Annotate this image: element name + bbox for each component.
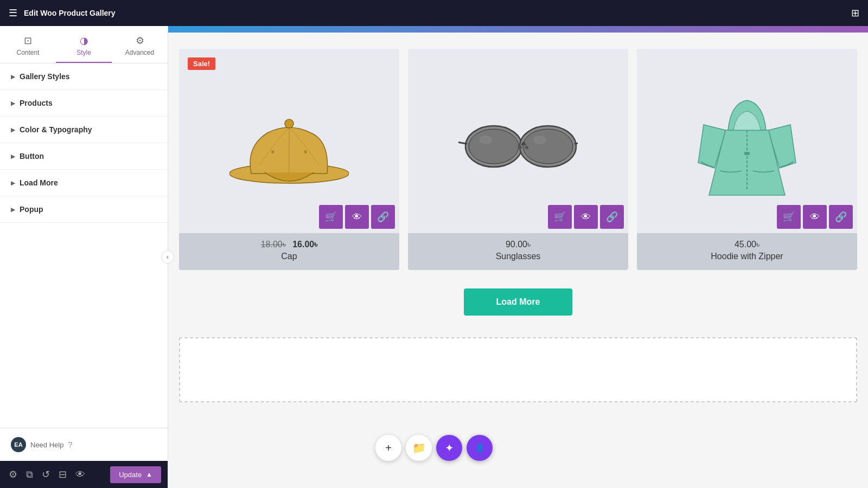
cart-button-sunglasses[interactable]: 🛒 (548, 205, 572, 229)
floating-toolbar: + 📁 ✦ 👤 (375, 435, 493, 461)
product-price-hoodie: 45.00৳ (646, 240, 848, 249)
svg-point-5 (469, 129, 519, 164)
advanced-tab-icon: ⚙ (136, 35, 144, 47)
product-info-hoodie: 45.00৳ Hoodie with Zipper (637, 233, 857, 270)
svg-point-10 (519, 146, 522, 149)
link-button-hoodie[interactable]: 🔗 (829, 205, 853, 229)
product-image-area-sunglasses: 🛒 👁 🔗 (408, 49, 628, 233)
settings-icon[interactable]: ⚙ (7, 466, 20, 483)
ea-badge: EA (11, 437, 26, 452)
product-image-area-cap: Sale! (179, 49, 399, 233)
tab-content-label: Content (16, 49, 39, 56)
view-button-sunglasses[interactable]: 👁 (574, 205, 598, 229)
product-actions-hoodie: 🛒 👁 🔗 (773, 201, 857, 233)
svg-point-11 (525, 146, 528, 149)
product-card-cap: Sale! (179, 49, 399, 270)
sidebar-item-products[interactable]: ▶ Products (0, 90, 168, 117)
svg-point-2 (271, 150, 275, 153)
product-name-hoodie: Hoodie with Zipper (646, 252, 848, 261)
gallery-section: Sale! (168, 33, 868, 337)
layers-icon[interactable]: ⧉ (24, 467, 35, 483)
sidebar-bottom-bar: ⚙ ⧉ ↺ ⊟ 👁 Update ▲ (0, 461, 168, 488)
view-button-hoodie[interactable]: 👁 (803, 205, 827, 229)
content-area: Sale! (168, 26, 868, 488)
sidebar-items: ▶ Gallery Styles ▶ Products ▶ Color & Ty… (0, 63, 168, 428)
folder-button[interactable]: 📁 (406, 435, 432, 461)
tab-content[interactable]: ⊡ Content (0, 30, 56, 63)
product-price-value-hoodie: 45.00৳ (735, 240, 760, 249)
collapse-handle[interactable]: ‹ (161, 251, 174, 264)
sidebar-item-color-typography[interactable]: ▶ Color & Typography (0, 117, 168, 143)
load-more-arrow-icon: ▶ (11, 180, 15, 186)
sidebar-item-popup[interactable]: ▶ Popup (0, 196, 168, 223)
update-button[interactable]: Update ▲ (110, 466, 161, 483)
need-help-text[interactable]: Need Help (30, 441, 63, 449)
hoodie-image (687, 81, 807, 201)
product-info-cap: 18.00৳ 16.00৳ Cap (179, 233, 399, 270)
sunglasses-image (458, 81, 578, 201)
page-title: Edit Woo Product Gallery (24, 9, 845, 17)
product-name-sunglasses: Sunglasses (417, 252, 620, 261)
product-price-old-cap: 18.00৳ (261, 240, 286, 249)
avatar-button[interactable]: 👤 (467, 435, 493, 461)
cap-image (229, 81, 349, 201)
svg-point-9 (533, 136, 546, 144)
sidebar-footer: EA Need Help ? (0, 428, 168, 461)
popup-arrow-icon: ▶ (11, 207, 15, 213)
product-price-cap: 18.00৳ 16.00৳ (188, 240, 391, 249)
sale-badge-cap: Sale! (188, 57, 215, 70)
svg-point-8 (479, 136, 492, 144)
product-card-hoodie: 🛒 👁 🔗 45.00৳ Hoodie with Zipper (637, 49, 857, 270)
magic-button[interactable]: ✦ (436, 435, 462, 461)
svg-point-1 (285, 119, 293, 128)
cart-button-cap[interactable]: 🛒 (319, 205, 343, 229)
products-label: Products (20, 99, 53, 107)
svg-rect-13 (744, 152, 750, 155)
product-name-cap: Cap (188, 252, 391, 261)
tab-advanced-label: Advanced (125, 49, 154, 56)
tab-advanced[interactable]: ⚙ Advanced (112, 30, 168, 63)
cart-button-hoodie[interactable]: 🛒 (777, 205, 801, 229)
load-more-label: Load More (20, 178, 58, 187)
lower-section (179, 337, 857, 402)
help-circle-icon: ? (68, 440, 72, 449)
load-more-wrapper: Load More (179, 283, 857, 326)
load-more-button[interactable]: Load More (464, 288, 573, 316)
sidebar-item-gallery-styles[interactable]: ▶ Gallery Styles (0, 63, 168, 90)
product-price-value-sunglasses: 90.00৳ (506, 240, 531, 249)
product-price-sunglasses: 90.00৳ (417, 240, 620, 249)
sidebar: ⊡ Content ◑ Style ⚙ Advanced ▶ Gallery S… (0, 26, 168, 488)
tab-style-label: Style (76, 49, 91, 56)
tab-style[interactable]: ◑ Style (56, 30, 112, 63)
gallery-styles-arrow-icon: ▶ (11, 74, 15, 80)
eye-icon[interactable]: 👁 (73, 467, 87, 483)
button-label: Button (20, 152, 44, 160)
svg-point-7 (523, 129, 573, 164)
sidebar-item-button[interactable]: ▶ Button (0, 143, 168, 170)
color-typography-label: Color & Typography (20, 125, 92, 134)
product-actions-cap: 🛒 👁 🔗 (315, 201, 399, 233)
product-card-sunglasses: 🛒 👁 🔗 90.00৳ Sunglasses (408, 49, 628, 270)
history-icon[interactable]: ↺ (40, 466, 52, 483)
link-button-cap[interactable]: 🔗 (371, 205, 395, 229)
link-button-sunglasses[interactable]: 🔗 (600, 205, 624, 229)
menu-icon[interactable]: ☰ (9, 7, 17, 19)
color-typography-arrow-icon: ▶ (11, 127, 15, 133)
accent-bar (168, 26, 868, 33)
products-arrow-icon: ▶ (11, 100, 15, 106)
responsive-icon[interactable]: ⊟ (56, 466, 69, 483)
update-arrow-icon: ▲ (146, 471, 152, 478)
add-element-button[interactable]: + (375, 435, 401, 461)
product-actions-sunglasses: 🛒 👁 🔗 (544, 201, 628, 233)
product-image-area-hoodie: 🛒 👁 🔗 (637, 49, 857, 233)
grid-icon[interactable]: ⊞ (851, 7, 859, 19)
button-arrow-icon: ▶ (11, 153, 15, 159)
main-layout: ⊡ Content ◑ Style ⚙ Advanced ▶ Gallery S… (0, 26, 868, 488)
top-bar: ☰ Edit Woo Product Gallery ⊞ (0, 0, 868, 26)
style-tab-icon: ◑ (80, 35, 88, 47)
gallery-styles-label: Gallery Styles (20, 72, 70, 81)
product-price-new-cap: 16.00৳ (292, 240, 317, 249)
view-button-cap[interactable]: 👁 (345, 205, 369, 229)
sidebar-item-load-more[interactable]: ▶ Load More (0, 170, 168, 196)
update-label: Update (119, 471, 142, 479)
